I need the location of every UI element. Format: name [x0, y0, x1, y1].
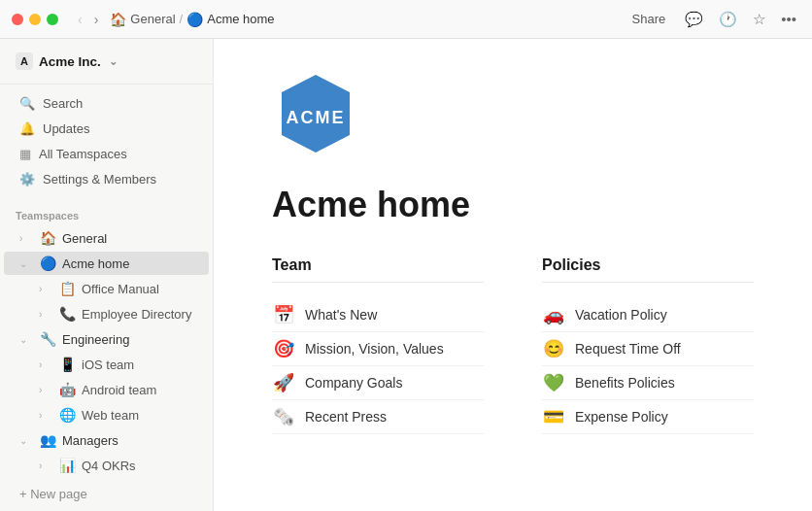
- traffic-lights: [12, 14, 58, 25]
- recent-press-label: Recent Press: [305, 409, 387, 425]
- chevron-down-icon: ⌄: [19, 258, 31, 269]
- sidebar-item-web-team[interactable]: › 🌐 Web team: [4, 403, 209, 426]
- sidebar-item-q4-okrs[interactable]: › 📊 Q4 OKRs: [4, 454, 209, 477]
- policies-heading: Policies: [542, 256, 754, 283]
- ios-team-icon: 📱: [58, 357, 76, 372]
- chevron-down-icon: ⌄: [109, 55, 118, 68]
- vacation-policy-label: Vacation Policy: [575, 307, 667, 323]
- managers-label: Managers: [62, 433, 118, 448]
- nav-controls: ‹ ›: [74, 10, 102, 29]
- title-bar: ‹ › 🏠 General / 🔵 Acme home Share 💬 🕐 ☆ …: [0, 0, 812, 39]
- benefits-policies-label: Benefits Policies: [575, 375, 675, 391]
- sidebar-item-updates[interactable]: 🔔 Updates: [4, 117, 209, 141]
- office-manual-icon: 📋: [58, 281, 76, 296]
- minimize-button[interactable]: [29, 14, 41, 25]
- whats-new-item[interactable]: 📅 What's New: [272, 298, 484, 332]
- benefits-policies-item[interactable]: 💚 Benefits Policies: [542, 366, 754, 400]
- breadcrumb-separator: /: [180, 12, 184, 26]
- office-manual-label: Office Manual: [82, 282, 159, 296]
- breadcrumb: 🏠 General / 🔵 Acme home: [110, 12, 616, 27]
- engineering-icon: 🔧: [39, 331, 56, 347]
- vacation-policy-item[interactable]: 🚗 Vacation Policy: [542, 298, 754, 332]
- sidebar-item-office-manual[interactable]: › 📋 Office Manual: [4, 277, 209, 300]
- sidebar-item-android-team[interactable]: › 🤖 Android team: [4, 378, 209, 401]
- workspace-icon: A: [16, 52, 33, 70]
- request-time-off-item[interactable]: 😊 Request Time Off: [542, 332, 754, 366]
- expense-policy-icon: 💳: [542, 406, 565, 427]
- teamspaces-label: Teamspaces: [0, 198, 213, 225]
- sidebar-top: A Acme Inc. ⌄: [0, 39, 213, 85]
- sidebar-item-all-teamspaces[interactable]: ▦ All Teamspaces: [4, 142, 209, 166]
- acme-logo: ACME: [272, 70, 359, 157]
- title-bar-actions: Share 💬 🕐 ☆ •••: [625, 7, 800, 32]
- maximize-button[interactable]: [47, 14, 58, 25]
- general-icon: 🏠: [39, 230, 56, 246]
- sidebar-item-general[interactable]: › 🏠 General: [4, 226, 209, 250]
- all-teamspaces-label: All Teamspaces: [39, 147, 127, 161]
- general-label: General: [62, 231, 107, 246]
- sidebar-item-managers[interactable]: ⌄ 👥 Managers: [4, 428, 209, 452]
- mission-vision-item[interactable]: 🎯 Mission, Vision, Values: [272, 332, 484, 366]
- mission-vision-icon: 🎯: [272, 338, 295, 359]
- chevron-right-icon: ›: [39, 385, 51, 395]
- employee-directory-label: Employee Directory: [82, 307, 191, 322]
- chevron-right-icon: ›: [39, 359, 51, 370]
- company-goals-label: Company Goals: [305, 375, 402, 391]
- benefits-policies-icon: 💚: [542, 372, 565, 393]
- recent-press-icon: 🗞️: [272, 406, 295, 427]
- more-options-button[interactable]: •••: [777, 7, 800, 31]
- acme-home-label: Acme home: [62, 256, 129, 271]
- forward-button[interactable]: ›: [90, 10, 103, 29]
- search-icon: 🔍: [19, 96, 35, 111]
- whats-new-icon: 📅: [272, 304, 295, 325]
- team-section: Team 📅 What's New 🎯 Mission, Vision, Val…: [272, 256, 484, 434]
- sidebar-item-ios-team[interactable]: › 📱 iOS team: [4, 353, 209, 376]
- acme-home-icon: 🔵: [39, 256, 56, 271]
- chevron-right-icon: ›: [39, 410, 51, 421]
- new-page-button[interactable]: + New page: [4, 482, 209, 506]
- svg-text:ACME: ACME: [287, 108, 346, 127]
- breadcrumb-page-label: Acme home: [207, 12, 274, 26]
- settings-label: Settings & Members: [43, 172, 156, 187]
- q4-okrs-label: Q4 OKRs: [82, 459, 136, 473]
- request-time-off-label: Request Time Off: [575, 341, 681, 357]
- close-button[interactable]: [12, 14, 23, 25]
- chat-icon-button[interactable]: 💬: [681, 7, 707, 32]
- teamspaces-icon: ▦: [19, 147, 31, 161]
- android-team-label: Android team: [82, 383, 156, 397]
- android-team-icon: 🤖: [58, 382, 76, 397]
- web-team-icon: 🌐: [58, 407, 76, 423]
- sidebar-item-employee-directory[interactable]: › 📞 Employee Directory: [4, 302, 209, 325]
- expense-policy-item[interactable]: 💳 Expense Policy: [542, 400, 754, 434]
- sidebar-item-search[interactable]: 🔍 Search: [4, 91, 209, 116]
- chevron-right-icon: ›: [39, 460, 51, 471]
- updates-label: Updates: [43, 121, 89, 136]
- content-area: ACME Acme home Team 📅 What's New 🎯 Missi…: [214, 39, 812, 511]
- vacation-policy-icon: 🚗: [542, 304, 565, 325]
- chevron-down-icon: ⌄: [19, 435, 31, 446]
- company-goals-item[interactable]: 🚀 Company Goals: [272, 366, 484, 400]
- sidebar-item-engineering[interactable]: ⌄ 🔧 Engineering: [4, 327, 209, 351]
- employee-directory-icon: 📞: [58, 306, 76, 322]
- page-icon: 🔵: [186, 12, 203, 27]
- clock-icon-button[interactable]: 🕐: [715, 7, 741, 32]
- chevron-right-icon: ›: [19, 233, 31, 244]
- team-heading: Team: [272, 256, 484, 283]
- team-list: 📅 What's New 🎯 Mission, Vision, Values 🚀…: [272, 298, 484, 434]
- recent-press-item[interactable]: 🗞️ Recent Press: [272, 400, 484, 434]
- sidebar-item-settings[interactable]: ⚙️ Settings & Members: [4, 167, 209, 191]
- updates-icon: 🔔: [19, 121, 35, 136]
- sidebar-nav: 🔍 Search 🔔 Updates ▦ All Teamspaces ⚙️ S…: [0, 85, 213, 198]
- settings-icon: ⚙️: [19, 172, 35, 187]
- star-icon-button[interactable]: ☆: [749, 7, 769, 32]
- policies-list: 🚗 Vacation Policy 😊 Request Time Off 💚 B…: [542, 298, 754, 434]
- whats-new-label: What's New: [305, 307, 377, 323]
- request-time-off-icon: 😊: [542, 338, 565, 359]
- back-button[interactable]: ‹: [74, 10, 86, 29]
- sidebar-item-acme-home[interactable]: ⌄ 🔵 Acme home: [4, 252, 209, 275]
- workspace-name[interactable]: A Acme Inc. ⌄: [12, 49, 201, 74]
- q4-okrs-icon: 📊: [58, 458, 76, 473]
- share-button[interactable]: Share: [625, 8, 674, 30]
- web-team-label: Web team: [82, 408, 139, 423]
- breadcrumb-general[interactable]: General: [130, 12, 175, 26]
